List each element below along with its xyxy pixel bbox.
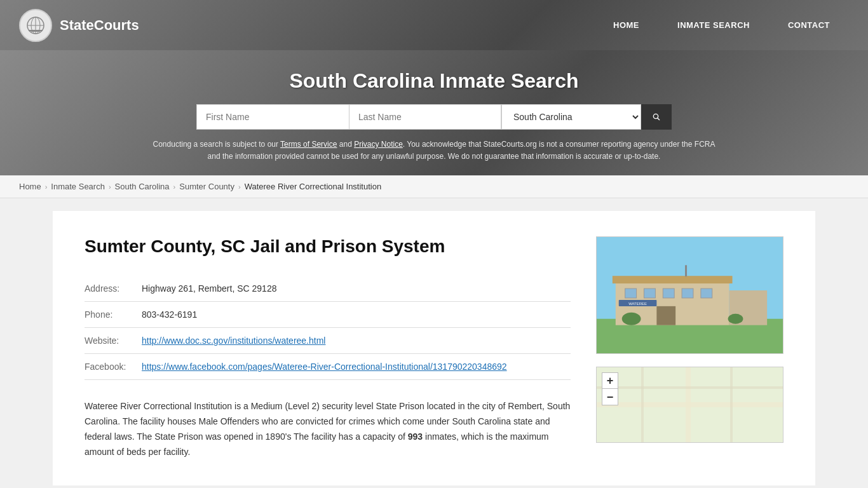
facility-info-table: Address: Highway 261, Rembert, SC 29128 …: [85, 276, 571, 380]
svg-text:WATEREE: WATEREE: [628, 302, 647, 306]
breadcrumb-inmate-search[interactable]: Inmate Search: [51, 182, 105, 191]
facebook-label: Facebook:: [85, 354, 142, 380]
map-zoom-out-button[interactable]: −: [602, 389, 618, 405]
content-right: WATEREE: [596, 236, 783, 459]
breadcrumb-sep-4: ›: [238, 183, 241, 191]
phone-row: Phone: 803-432-6191: [85, 302, 571, 328]
facebook-link[interactable]: https://www.facebook.com/pages/Wateree-R…: [142, 362, 507, 372]
breadcrumb-sep-1: ›: [45, 183, 48, 191]
nav-contact[interactable]: CONTACT: [769, 3, 849, 48]
first-name-input[interactable]: [196, 104, 349, 130]
website-link[interactable]: http://www.doc.sc.gov/institutions/water…: [142, 336, 325, 346]
breadcrumb-current: Wateree River Correctional Institution: [245, 182, 382, 191]
logo-text: StateCourts: [60, 17, 139, 34]
last-name-input[interactable]: [349, 104, 501, 130]
facebook-row: Facebook: https://www.facebook.com/pages…: [85, 354, 571, 380]
breadcrumb-sep-3: ›: [173, 183, 176, 191]
website-label: Website:: [85, 328, 142, 354]
content-left: Sumter County, SC Jail and Prison System…: [85, 236, 571, 459]
map-svg: [597, 367, 783, 443]
svg-rect-28: [641, 367, 644, 443]
terms-link[interactable]: Terms of Service: [280, 140, 337, 149]
svg-rect-13: [644, 288, 655, 298]
facility-image-svg: WATEREE: [597, 236, 783, 354]
breadcrumb: Home › Inmate Search › South Carolina › …: [0, 175, 868, 198]
svg-rect-15: [682, 288, 693, 298]
svg-rect-5: [29, 30, 43, 31]
svg-rect-29: [730, 367, 733, 443]
search-icon: [653, 111, 660, 123]
search-bar: Select State Alabama Alaska Arizona Arka…: [13, 104, 855, 130]
svg-rect-16: [701, 288, 712, 298]
svg-line-7: [658, 118, 660, 120]
address-value: Highway 261, Rembert, SC 29128: [142, 276, 571, 302]
header: StateCourts HOME INMATE SEARCH CONTACT: [0, 0, 868, 50]
facility-description: Wateree River Correctional Institution i…: [85, 399, 571, 459]
phone-label: Phone:: [85, 302, 142, 328]
facility-image: WATEREE: [596, 236, 783, 354]
nav-inmate-search[interactable]: INMATE SEARCH: [658, 3, 769, 48]
logo-icon: [19, 9, 52, 42]
hero-section: South Carolina Inmate Search Select Stat…: [0, 50, 868, 175]
main-content: Sumter County, SC Jail and Prison System…: [0, 198, 868, 488]
map-widget: + −: [596, 367, 783, 443]
capacity-value: 993: [408, 431, 423, 442]
search-button[interactable]: [641, 104, 672, 130]
svg-rect-19: [685, 266, 687, 277]
content-card: Sumter County, SC Jail and Prison System…: [53, 211, 815, 485]
breadcrumb-home[interactable]: Home: [19, 182, 41, 191]
website-value: http://www.doc.sc.gov/institutions/water…: [142, 328, 571, 354]
svg-point-22: [622, 313, 641, 325]
svg-rect-27: [597, 386, 783, 389]
facebook-value: https://www.facebook.com/pages/Wateree-R…: [142, 354, 571, 380]
svg-point-23: [728, 314, 743, 324]
logo-area: StateCourts: [19, 9, 139, 42]
breadcrumb-sep-2: ›: [109, 183, 111, 191]
map-background: [597, 367, 783, 442]
breadcrumb-county[interactable]: Sumter County: [179, 182, 234, 191]
map-controls: + −: [602, 372, 618, 405]
phone-value: 803-432-6191: [142, 302, 571, 328]
map-zoom-in-button[interactable]: +: [602, 372, 618, 389]
disclaimer-text: Conducting a search is subject to our Te…: [148, 139, 720, 163]
breadcrumb-state[interactable]: South Carolina: [115, 182, 170, 191]
website-row: Website: http://www.doc.sc.gov/instituti…: [85, 328, 571, 354]
state-select[interactable]: Select State Alabama Alaska Arizona Arka…: [501, 104, 641, 130]
privacy-link[interactable]: Privacy Notice: [354, 140, 403, 149]
hero-title: South Carolina Inmate Search: [13, 69, 855, 93]
svg-rect-12: [625, 288, 637, 298]
address-label: Address:: [85, 276, 142, 302]
svg-rect-26: [686, 367, 691, 443]
nav-home[interactable]: HOME: [594, 3, 658, 48]
facility-title: Sumter County, SC Jail and Prison System: [85, 236, 571, 257]
svg-rect-17: [656, 306, 675, 325]
address-row: Address: Highway 261, Rembert, SC 29128: [85, 276, 571, 302]
svg-rect-11: [613, 276, 733, 284]
svg-rect-14: [663, 288, 674, 298]
main-nav: HOME INMATE SEARCH CONTACT: [594, 3, 849, 48]
